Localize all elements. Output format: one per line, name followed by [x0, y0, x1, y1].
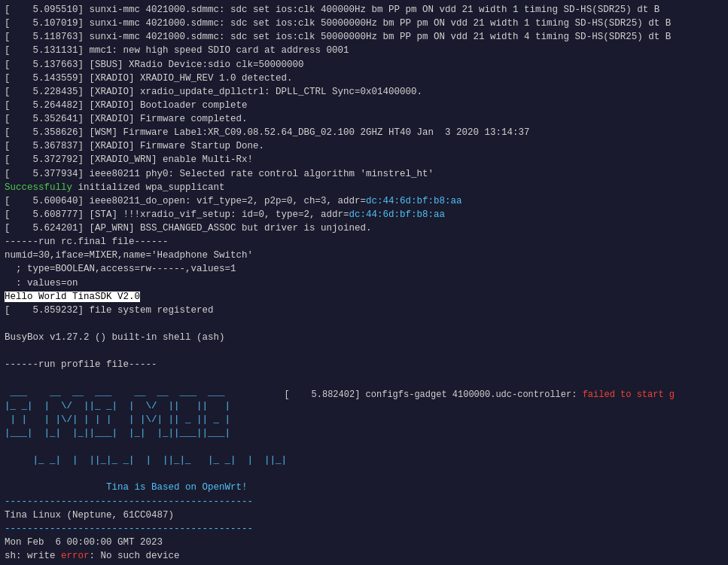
log-line: [ 5.107019] sunxi-mmc 4021000.sdmmc: sdc…	[5, 17, 723, 30]
ascii-art-line: ___ __ __ ___ __ __ ___ ___	[5, 386, 236, 399]
ascii-art-error: [ 5.882402] configfs-gadget 4100000.udc-…	[285, 389, 675, 402]
ascii-art-error-line: [ 5.882402] configfs-gadget 4100000.udc-…	[285, 389, 675, 402]
log-line: [ 5.095510] sunxi-mmc 4021000.sdmmc: sdc…	[5, 3, 723, 17]
log-line: [ 5.372792] [XRADIO_WRN] enable Multi-Rx…	[5, 153, 723, 166]
log-line: numid=30,iface=MIXER,name='Headphone Swi…	[5, 249, 723, 262]
log-line: Mon Feb 6 00:00:00 GMT 2023	[5, 536, 723, 549]
terminal-content: [ 5.095510] sunxi-mmc 4021000.sdmmc: sdc…	[5, 3, 723, 565]
log-line: [ 5.859232] file system registered	[5, 304, 723, 317]
log-line: [ 5.608777] [STA] !!!xradio_vif_setup: i…	[5, 208, 723, 221]
log-line: : values=on	[5, 276, 723, 290]
ascii-art-container: ___ __ __ ___ __ __ ___ ___ |_ _| | \/ |…	[5, 386, 723, 441]
ascii-art-divider: ----------------------------------------…	[5, 495, 723, 508]
log-line: [ 5.131131] mmc1: new high speed SDIO ca…	[5, 44, 723, 57]
log-line: [ 5.624201] [AP_WRN] BSS_CHANGED_ASSOC b…	[5, 221, 723, 235]
log-line	[5, 344, 723, 358]
log-line: [ 5.118763] sunxi-mmc 4021000.sdmmc: sdc…	[5, 30, 723, 44]
terminal-window: { "terminal": { "title": "Terminal - Boo…	[0, 0, 728, 565]
ascii-art-line2: |_ _| | ||_|_ _| | ||_|_ |_ _| | ||_|	[5, 440, 723, 481]
log-line: ------run rc.final file------	[5, 235, 723, 249]
log-line: [ 5.358626] [WSM] Firmware Label:XR_C09.…	[5, 126, 723, 139]
log-line	[5, 317, 723, 331]
ascii-art-line: |___| |_| |_||___| |_| |_||___||___|	[5, 426, 236, 440]
log-line-success: Successfully initialized wpa_supplicant	[5, 181, 723, 194]
log-line: ; type=BOOLEAN,access=rw------,values=1	[5, 262, 723, 276]
ascii-art-line: |_ _| | \/ ||_ _| | \/ || || |	[5, 399, 236, 413]
log-line: BusyBox v1.27.2 () built-in shell (ash)	[5, 331, 723, 344]
log-line: [ 5.137663] [SBUS] XRadio Device:sdio cl…	[5, 58, 723, 72]
log-line: [ 5.228435] [XRADIO] xradio_update_dpllc…	[5, 85, 723, 99]
ascii-art-line: | | | |\/| | | | | |\/| || _ || _ |	[5, 413, 236, 426]
log-line: [ 5.143559] [XRADIO] XRADIO_HW_REV 1.0 d…	[5, 72, 723, 85]
log-line: ------run profile file-----	[5, 358, 723, 371]
log-line: [ 5.600640] ieee80211_do_open: vif_type=…	[5, 194, 723, 208]
ascii-art-left: ___ __ __ ___ __ __ ___ ___ |_ _| | \/ |…	[5, 386, 236, 441]
log-line: [ 5.377934] ieee80211 phy0: Selected rat…	[5, 167, 723, 181]
log-line: [ 5.264482] [XRADIO] Bootloader complete	[5, 99, 723, 112]
log-line: Tina Linux (Neptune, 61CC0487)	[5, 508, 723, 522]
ascii-art-divider2: ----------------------------------------…	[5, 522, 723, 536]
log-line	[5, 371, 723, 385]
log-line-highlight: Hello World TinaSDK V2.0	[5, 290, 723, 304]
log-line: [ 5.367837] [XRADIO] Firmware Startup Do…	[5, 139, 723, 153]
ascii-art-line3: Tina is Based on OpenWrt!	[5, 481, 723, 494]
log-line-error: sh: write error: No such device	[5, 549, 723, 563]
log-line: [ 5.352641] [XRADIO] Firmware completed.	[5, 112, 723, 126]
